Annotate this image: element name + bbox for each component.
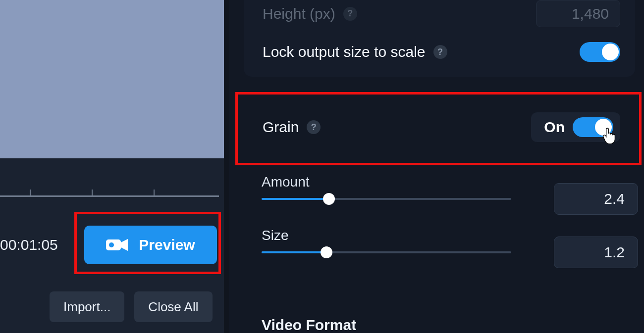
- timeline-track: [0, 195, 219, 197]
- camera-icon: [106, 238, 128, 252]
- grain-label: Grain: [263, 119, 299, 136]
- svg-point-1: [109, 242, 114, 247]
- close-all-button[interactable]: Close All: [134, 291, 212, 322]
- amount-slider-row: Amount 2.4: [262, 174, 638, 214]
- toggle-knob: [595, 119, 612, 136]
- preview-button[interactable]: Preview: [84, 226, 217, 264]
- lock-label-wrap: Lock output size to scale ?: [263, 44, 447, 60]
- amount-slider-fill: [262, 198, 329, 200]
- grain-state-label: On: [544, 119, 565, 136]
- preview-row: 00:01:05 Preview: [0, 223, 224, 267]
- timeline-tick: [92, 190, 93, 197]
- height-label: Height (px): [263, 5, 335, 22]
- timeline[interactable]: [0, 186, 224, 200]
- preview-viewport[interactable]: [0, 0, 224, 158]
- grain-label-wrap: Grain ?: [263, 119, 321, 136]
- lock-row: Lock output size to scale ?: [263, 32, 620, 72]
- height-value: 1,480: [572, 5, 609, 22]
- import-button-label: Import...: [63, 299, 110, 315]
- amount-label: Amount: [262, 174, 310, 190]
- close-all-button-label: Close All: [148, 299, 198, 315]
- left-panel: 00:01:05 Preview Import... Close All: [0, 0, 224, 333]
- grain-header: Grain ? On: [263, 95, 620, 159]
- amount-slider-thumb[interactable]: [323, 193, 335, 205]
- help-icon[interactable]: ?: [433, 45, 447, 59]
- amount-value: 2.4: [604, 190, 625, 207]
- size-value-box[interactable]: 1.2: [554, 237, 638, 268]
- grain-toggle-wrap: On: [531, 112, 620, 142]
- help-icon[interactable]: ?: [343, 7, 357, 21]
- bottom-button-row: Import... Close All: [0, 289, 224, 324]
- height-row: Height (px) ? 1,480: [263, 0, 620, 27]
- size-value: 1.2: [604, 244, 625, 261]
- preview-button-label: Preview: [139, 237, 195, 253]
- toggle-knob: [602, 44, 619, 60]
- grain-toggle[interactable]: [573, 117, 613, 137]
- import-button[interactable]: Import...: [50, 291, 124, 322]
- help-icon[interactable]: ?: [307, 120, 321, 134]
- timeline-tick: [30, 190, 31, 197]
- lock-label: Lock output size to scale: [263, 44, 426, 60]
- size-slider-fill: [262, 251, 326, 253]
- lock-toggle[interactable]: [580, 42, 620, 62]
- size-slider-row: Size 1.2: [262, 228, 638, 267]
- size-slider-thumb[interactable]: [321, 246, 332, 258]
- amount-value-box[interactable]: 2.4: [554, 183, 638, 215]
- timecode-display: 00:01:05: [0, 237, 74, 253]
- grain-group: Grain ? On: [244, 95, 635, 159]
- video-format-heading: Video Format: [262, 317, 356, 333]
- size-label: Size: [262, 228, 288, 243]
- timeline-tick: [154, 190, 155, 197]
- output-size-group: Height (px) ? 1,480 Lock output size to …: [244, 0, 635, 77]
- height-value-box[interactable]: 1,480: [536, 0, 620, 27]
- height-label-wrap: Height (px) ?: [263, 5, 357, 22]
- settings-panel: Height (px) ? 1,480 Lock output size to …: [229, 0, 644, 333]
